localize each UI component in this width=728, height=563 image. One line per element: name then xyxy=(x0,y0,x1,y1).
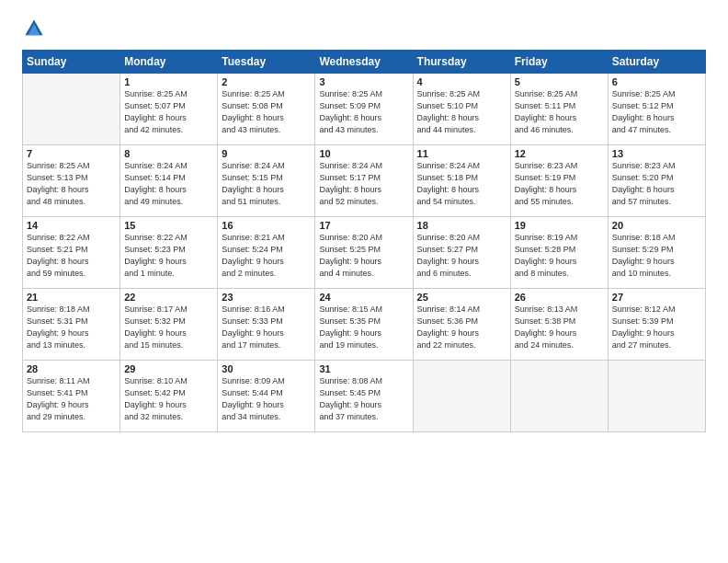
day-cell: 6Sunrise: 8:25 AM Sunset: 5:12 PM Daylig… xyxy=(608,74,705,145)
day-info: Sunrise: 8:15 AM Sunset: 5:35 PM Dayligh… xyxy=(319,304,408,351)
day-number: 25 xyxy=(417,292,506,303)
day-info: Sunrise: 8:24 AM Sunset: 5:15 PM Dayligh… xyxy=(222,160,311,208)
week-row-4: 28Sunrise: 8:11 AM Sunset: 5:41 PM Dayli… xyxy=(23,361,706,432)
day-info: Sunrise: 8:10 AM Sunset: 5:42 PM Dayligh… xyxy=(124,375,213,423)
day-number: 4 xyxy=(417,76,506,87)
day-info: Sunrise: 8:24 AM Sunset: 5:17 PM Dayligh… xyxy=(319,160,408,208)
day-info: Sunrise: 8:24 AM Sunset: 5:18 PM Dayligh… xyxy=(417,160,506,208)
day-number: 19 xyxy=(515,220,604,231)
day-cell: 17Sunrise: 8:20 AM Sunset: 5:25 PM Dayli… xyxy=(315,217,413,289)
weekday-header-wednesday: Wednesday xyxy=(315,51,413,74)
day-number: 17 xyxy=(319,220,408,231)
day-number: 29 xyxy=(124,363,213,374)
day-info: Sunrise: 8:25 AM Sunset: 5:10 PM Dayligh… xyxy=(417,88,506,136)
day-info: Sunrise: 8:22 AM Sunset: 5:21 PM Dayligh… xyxy=(27,232,116,280)
day-cell: 10Sunrise: 8:24 AM Sunset: 5:17 PM Dayli… xyxy=(315,145,413,217)
day-number: 7 xyxy=(27,148,116,159)
day-number: 22 xyxy=(124,292,213,303)
day-info: Sunrise: 8:08 AM Sunset: 5:45 PM Dayligh… xyxy=(319,375,408,423)
day-number: 16 xyxy=(222,220,311,231)
day-cell: 22Sunrise: 8:17 AM Sunset: 5:32 PM Dayli… xyxy=(120,289,218,361)
day-info: Sunrise: 8:20 AM Sunset: 5:27 PM Dayligh… xyxy=(417,232,506,280)
day-number: 20 xyxy=(612,220,701,231)
day-cell: 18Sunrise: 8:20 AM Sunset: 5:27 PM Dayli… xyxy=(413,217,510,289)
day-number: 3 xyxy=(319,76,408,87)
day-number: 15 xyxy=(124,220,213,231)
calendar-body: 1Sunrise: 8:25 AM Sunset: 5:07 PM Daylig… xyxy=(23,74,706,432)
day-info: Sunrise: 8:18 AM Sunset: 5:29 PM Dayligh… xyxy=(612,232,701,280)
page: SundayMondayTuesdayWednesdayThursdayFrid… xyxy=(0,0,728,563)
weekday-header-monday: Monday xyxy=(120,51,218,74)
day-info: Sunrise: 8:25 AM Sunset: 5:08 PM Dayligh… xyxy=(222,88,311,136)
calendar-table: SundayMondayTuesdayWednesdayThursdayFrid… xyxy=(22,50,706,432)
day-info: Sunrise: 8:19 AM Sunset: 5:28 PM Dayligh… xyxy=(515,232,604,280)
day-info: Sunrise: 8:11 AM Sunset: 5:41 PM Dayligh… xyxy=(27,375,116,423)
day-cell: 12Sunrise: 8:23 AM Sunset: 5:19 PM Dayli… xyxy=(510,145,608,217)
day-number: 27 xyxy=(612,292,701,303)
day-info: Sunrise: 8:12 AM Sunset: 5:39 PM Dayligh… xyxy=(612,304,701,351)
day-cell: 2Sunrise: 8:25 AM Sunset: 5:08 PM Daylig… xyxy=(218,74,315,145)
day-cell xyxy=(608,361,705,432)
day-info: Sunrise: 8:25 AM Sunset: 5:12 PM Dayligh… xyxy=(612,88,701,136)
day-number: 13 xyxy=(612,148,701,159)
day-info: Sunrise: 8:23 AM Sunset: 5:19 PM Dayligh… xyxy=(515,160,604,208)
day-cell: 21Sunrise: 8:18 AM Sunset: 5:31 PM Dayli… xyxy=(23,289,120,361)
day-number: 9 xyxy=(222,148,311,159)
day-number: 12 xyxy=(515,148,604,159)
day-cell: 7Sunrise: 8:25 AM Sunset: 5:13 PM Daylig… xyxy=(23,145,120,217)
calendar-header: SundayMondayTuesdayWednesdayThursdayFrid… xyxy=(23,51,706,74)
weekday-header-thursday: Thursday xyxy=(413,51,510,74)
day-cell xyxy=(413,361,510,432)
day-number: 5 xyxy=(515,76,604,87)
day-info: Sunrise: 8:14 AM Sunset: 5:36 PM Dayligh… xyxy=(417,304,506,351)
day-info: Sunrise: 8:18 AM Sunset: 5:31 PM Dayligh… xyxy=(27,304,116,351)
day-number: 10 xyxy=(319,148,408,159)
day-cell: 28Sunrise: 8:11 AM Sunset: 5:41 PM Dayli… xyxy=(23,361,120,432)
weekday-row: SundayMondayTuesdayWednesdayThursdayFrid… xyxy=(23,51,706,74)
week-row-2: 14Sunrise: 8:22 AM Sunset: 5:21 PM Dayli… xyxy=(23,217,706,289)
day-number: 28 xyxy=(27,363,116,374)
day-cell: 15Sunrise: 8:22 AM Sunset: 5:23 PM Dayli… xyxy=(120,217,218,289)
day-number: 6 xyxy=(612,76,701,87)
day-cell: 20Sunrise: 8:18 AM Sunset: 5:29 PM Dayli… xyxy=(608,217,705,289)
day-number: 8 xyxy=(124,148,213,159)
day-info: Sunrise: 8:22 AM Sunset: 5:23 PM Dayligh… xyxy=(124,232,213,280)
logo-icon xyxy=(24,18,44,39)
weekday-header-sunday: Sunday xyxy=(23,51,120,74)
day-number: 18 xyxy=(417,220,506,231)
header xyxy=(22,18,706,39)
day-cell: 13Sunrise: 8:23 AM Sunset: 5:20 PM Dayli… xyxy=(608,145,705,217)
day-cell: 23Sunrise: 8:16 AM Sunset: 5:33 PM Dayli… xyxy=(218,289,315,361)
day-number: 14 xyxy=(27,220,116,231)
week-row-0: 1Sunrise: 8:25 AM Sunset: 5:07 PM Daylig… xyxy=(23,74,706,145)
day-number: 24 xyxy=(319,292,408,303)
day-info: Sunrise: 8:24 AM Sunset: 5:14 PM Dayligh… xyxy=(124,160,213,208)
day-cell: 8Sunrise: 8:24 AM Sunset: 5:14 PM Daylig… xyxy=(120,145,218,217)
day-number: 31 xyxy=(319,363,408,374)
day-info: Sunrise: 8:25 AM Sunset: 5:09 PM Dayligh… xyxy=(319,88,408,136)
week-row-3: 21Sunrise: 8:18 AM Sunset: 5:31 PM Dayli… xyxy=(23,289,706,361)
day-cell: 31Sunrise: 8:08 AM Sunset: 5:45 PM Dayli… xyxy=(315,361,413,432)
weekday-header-tuesday: Tuesday xyxy=(218,51,315,74)
weekday-header-friday: Friday xyxy=(510,51,608,74)
day-cell: 5Sunrise: 8:25 AM Sunset: 5:11 PM Daylig… xyxy=(510,74,608,145)
day-cell: 24Sunrise: 8:15 AM Sunset: 5:35 PM Dayli… xyxy=(315,289,413,361)
day-cell: 25Sunrise: 8:14 AM Sunset: 5:36 PM Dayli… xyxy=(413,289,510,361)
day-cell: 3Sunrise: 8:25 AM Sunset: 5:09 PM Daylig… xyxy=(315,74,413,145)
day-cell: 4Sunrise: 8:25 AM Sunset: 5:10 PM Daylig… xyxy=(413,74,510,145)
day-info: Sunrise: 8:09 AM Sunset: 5:44 PM Dayligh… xyxy=(222,375,311,423)
logo xyxy=(22,18,48,39)
weekday-header-saturday: Saturday xyxy=(608,51,705,74)
day-cell: 19Sunrise: 8:19 AM Sunset: 5:28 PM Dayli… xyxy=(510,217,608,289)
day-number: 2 xyxy=(222,76,311,87)
day-info: Sunrise: 8:17 AM Sunset: 5:32 PM Dayligh… xyxy=(124,304,213,351)
week-row-1: 7Sunrise: 8:25 AM Sunset: 5:13 PM Daylig… xyxy=(23,145,706,217)
day-cell xyxy=(23,74,120,145)
day-info: Sunrise: 8:25 AM Sunset: 5:13 PM Dayligh… xyxy=(27,160,116,208)
day-cell: 30Sunrise: 8:09 AM Sunset: 5:44 PM Dayli… xyxy=(218,361,315,432)
day-cell: 9Sunrise: 8:24 AM Sunset: 5:15 PM Daylig… xyxy=(218,145,315,217)
day-cell: 29Sunrise: 8:10 AM Sunset: 5:42 PM Dayli… xyxy=(120,361,218,432)
day-cell: 14Sunrise: 8:22 AM Sunset: 5:21 PM Dayli… xyxy=(23,217,120,289)
day-number: 11 xyxy=(417,148,506,159)
day-number: 30 xyxy=(222,363,311,374)
